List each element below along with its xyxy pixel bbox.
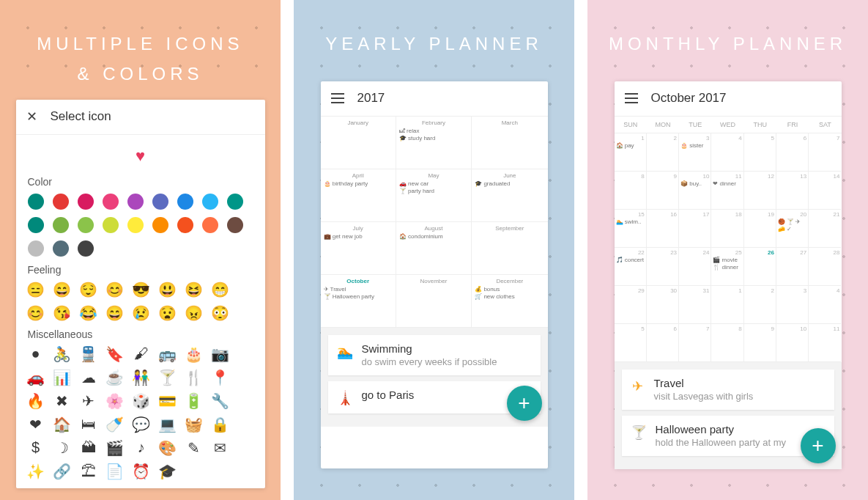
year-cell[interactable]: August🏠 condominium: [396, 222, 472, 275]
heart-icon[interactable]: ♥: [28, 147, 253, 166]
day-cell[interactable]: 11❤ dinner: [711, 172, 743, 210]
day-cell[interactable]: 24: [679, 248, 711, 286]
misc-icon[interactable]: 🏔: [81, 440, 97, 456]
color-swatch[interactable]: [28, 217, 44, 233]
day-cell[interactable]: 4: [809, 286, 841, 324]
color-swatch[interactable]: [78, 217, 94, 233]
color-swatch[interactable]: [28, 194, 44, 210]
year-cell[interactable]: April🎂 birthday party: [321, 169, 396, 222]
day-cell[interactable]: 26: [744, 248, 776, 286]
misc-icon[interactable]: 🔖: [107, 346, 123, 362]
day-cell[interactable]: 8: [615, 172, 647, 210]
color-swatch[interactable]: [28, 240, 44, 257]
misc-icon[interactable]: 🖌: [133, 346, 149, 362]
misc-icon[interactable]: 🌸: [107, 393, 123, 409]
feeling-icon[interactable]: 😄: [54, 282, 70, 298]
day-cell[interactable]: 25🎬 movie🍴 dinner: [711, 248, 743, 286]
feeling-icon[interactable]: 😢: [133, 305, 149, 321]
color-swatch[interactable]: [227, 194, 243, 210]
misc-icon[interactable]: 🔋: [186, 393, 202, 409]
misc-icon[interactable]: 🏠: [54, 416, 70, 433]
day-cell[interactable]: 5: [615, 324, 647, 362]
feeling-icon[interactable]: 😎: [133, 282, 149, 298]
add-button[interactable]: +: [801, 428, 836, 463]
color-swatch[interactable]: [53, 194, 69, 210]
close-icon[interactable]: ✕: [26, 109, 37, 125]
feeling-icon[interactable]: 😑: [28, 282, 44, 298]
add-button[interactable]: +: [507, 386, 542, 421]
misc-icon[interactable]: ♪: [133, 440, 149, 456]
day-cell[interactable]: 13: [776, 172, 809, 210]
misc-icon[interactable]: 🚌: [160, 346, 176, 362]
day-cell[interactable]: 1: [711, 286, 743, 324]
misc-icon[interactable]: 🎨: [160, 440, 176, 456]
day-cell[interactable]: 6: [647, 324, 679, 362]
day-cell[interactable]: 7: [809, 133, 841, 172]
day-cell[interactable]: 28: [809, 248, 841, 286]
year-cell[interactable]: February🛋 relax🎓 study hard: [396, 117, 472, 169]
day-cell[interactable]: 10: [776, 324, 809, 362]
color-swatch[interactable]: [202, 194, 218, 210]
day-cell[interactable]: 29: [615, 286, 647, 324]
day-cell[interactable]: 2: [744, 286, 776, 324]
task-card[interactable]: ✈Travelvisit Lasvegas with girls: [622, 370, 834, 410]
feeling-icon[interactable]: 😊: [28, 305, 44, 321]
misc-icon[interactable]: ✈: [81, 393, 97, 409]
year-cell[interactable]: September: [472, 222, 547, 275]
feeling-icon[interactable]: 😊: [107, 282, 123, 298]
day-cell[interactable]: 21: [809, 210, 841, 248]
misc-icon[interactable]: 💻: [160, 416, 176, 433]
color-swatch[interactable]: [127, 194, 144, 210]
feeling-icon[interactable]: 😧: [160, 305, 176, 321]
day-cell[interactable]: 10📦 buy..: [679, 172, 711, 210]
misc-icon[interactable]: 🎓: [160, 463, 176, 479]
year-cell[interactable]: December💰 bonus🛒 new clothes: [472, 275, 547, 328]
year-cell[interactable]: July💼 get new job: [321, 222, 396, 275]
day-cell[interactable]: 20🏀 🍸 ✈🧀 ✓: [776, 210, 809, 248]
color-swatch[interactable]: [53, 240, 69, 257]
misc-icon[interactable]: ☽: [54, 440, 70, 456]
menu-icon[interactable]: [331, 93, 344, 103]
day-cell[interactable]: 19: [744, 210, 776, 248]
day-cell[interactable]: 4: [711, 133, 743, 172]
day-cell[interactable]: 22🎵 concert: [615, 248, 647, 286]
day-cell[interactable]: 15🏊 swim..: [615, 210, 647, 248]
day-cell[interactable]: 1🏠 pay: [615, 133, 647, 172]
day-cell[interactable]: 3: [776, 286, 809, 324]
misc-icon[interactable]: 🛏: [81, 416, 97, 433]
misc-icon[interactable]: ✖: [54, 393, 70, 409]
day-cell[interactable]: 30: [647, 286, 679, 324]
color-swatch[interactable]: [202, 217, 218, 233]
misc-icon[interactable]: 🎂: [186, 346, 202, 362]
misc-icon[interactable]: ⏰: [133, 463, 149, 479]
misc-icon[interactable]: ✎: [186, 440, 202, 456]
color-swatch[interactable]: [53, 217, 69, 233]
color-swatch[interactable]: [177, 217, 193, 233]
misc-icon[interactable]: 🧺: [186, 416, 202, 433]
misc-icon[interactable]: ⛱: [81, 463, 97, 479]
misc-icon[interactable]: 📍: [212, 370, 229, 386]
misc-icon[interactable]: 🚗: [28, 370, 44, 386]
feeling-icon[interactable]: 😘: [54, 305, 70, 321]
misc-icon[interactable]: 🔥: [28, 393, 44, 409]
color-swatch[interactable]: [152, 217, 168, 233]
misc-icon[interactable]: ☁: [81, 370, 97, 386]
misc-icon[interactable]: 🍸: [160, 370, 176, 386]
color-swatch[interactable]: [103, 194, 119, 210]
day-cell[interactable]: 3🎂 sister: [679, 133, 711, 172]
day-cell[interactable]: 7: [679, 324, 711, 362]
day-cell[interactable]: 2: [647, 133, 679, 172]
year-cell[interactable]: November: [396, 275, 472, 328]
feeling-icon[interactable]: 😁: [212, 282, 229, 298]
day-cell[interactable]: 9: [744, 324, 776, 362]
color-swatch[interactable]: [103, 217, 119, 233]
feeling-icon[interactable]: 😳: [212, 305, 229, 321]
day-cell[interactable]: 31: [679, 286, 711, 324]
feeling-icon[interactable]: 😠: [186, 305, 202, 321]
day-cell[interactable]: 8: [711, 324, 743, 362]
misc-icon[interactable]: ✨: [28, 463, 44, 479]
day-cell[interactable]: 9: [647, 172, 679, 210]
misc-icon[interactable]: $: [28, 440, 44, 456]
year-cell[interactable]: June🎓 graduated: [472, 169, 547, 222]
misc-icon[interactable]: 📊: [54, 370, 70, 386]
